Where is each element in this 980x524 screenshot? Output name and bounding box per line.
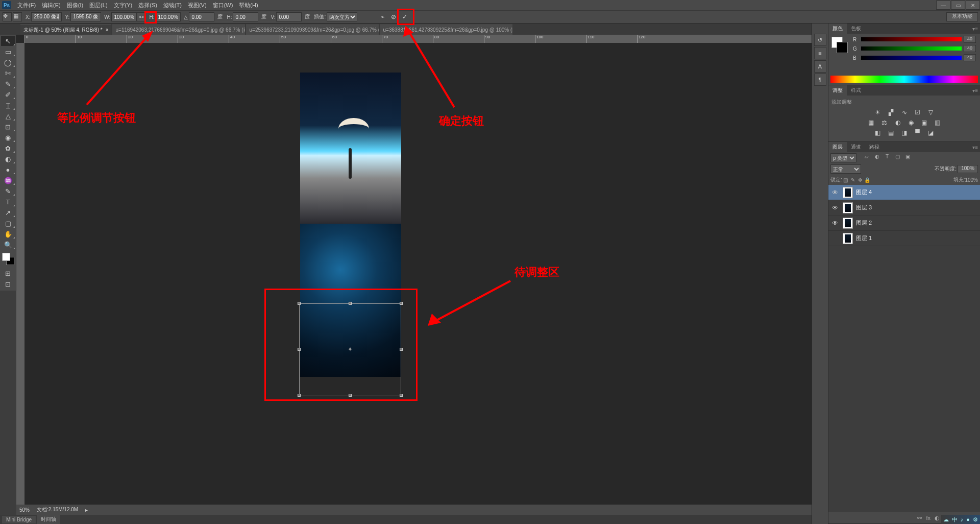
transform-handle[interactable]: [349, 302, 352, 305]
transform-ref-icon[interactable]: ✥: [3, 12, 12, 21]
aspect-link-button[interactable]: ⚯: [137, 12, 146, 21]
hskew-input[interactable]: [233, 12, 258, 21]
tool-button[interactable]: ◉: [1, 132, 15, 142]
screen-mode-icon[interactable]: ⊞: [1, 268, 15, 278]
tool-button[interactable]: ⊡: [1, 122, 15, 132]
close-button[interactable]: ✕: [966, 1, 980, 10]
menu-item[interactable]: 文字(Y): [111, 1, 136, 9]
hue-icon[interactable]: ▦: [866, 119, 876, 127]
tab-swatches[interactable]: 色板: [847, 23, 865, 34]
tool-button[interactable]: ◯: [1, 57, 15, 67]
y-input[interactable]: [70, 12, 101, 21]
mask-icon[interactable]: ◐: [935, 515, 940, 521]
tool-button[interactable]: ✋: [1, 229, 15, 239]
filter-type-icon[interactable]: T: [883, 154, 891, 162]
menu-item[interactable]: 图层(L): [86, 1, 110, 9]
bottom-tab[interactable]: 时间轴: [37, 515, 60, 524]
tab-adjustments[interactable]: 调整: [828, 85, 847, 96]
w-input[interactable]: [111, 12, 137, 21]
tray-icon[interactable]: ●: [966, 516, 970, 522]
tool-button[interactable]: ◐: [1, 154, 15, 164]
visibility-icon[interactable]: 👁: [830, 204, 840, 211]
tool-button[interactable]: ♒: [1, 175, 15, 185]
filter-adjust-icon[interactable]: ◐: [873, 154, 881, 162]
photo-filter-icon[interactable]: ◉: [906, 119, 916, 127]
document-tab[interactable]: 未标题-1 @ 50% (图层 4, RGB/8) *×: [20, 25, 111, 35]
document-tab[interactable]: u=2539637233,2109093909&fm=26&gp=0.jpg @…: [246, 25, 379, 35]
spectrum-bar[interactable]: [830, 76, 978, 83]
bw-icon[interactable]: ◐: [893, 119, 903, 127]
selective-icon[interactable]: ◪: [926, 129, 936, 137]
tab-paths[interactable]: 路径: [865, 142, 884, 152]
transform-handle[interactable]: [298, 394, 301, 397]
brightness-icon[interactable]: ☀: [873, 109, 883, 117]
lock-transparent-icon[interactable]: ▨: [842, 177, 849, 183]
x-input[interactable]: [31, 12, 62, 21]
blend-mode-select[interactable]: 正常: [830, 164, 861, 174]
tab-layers[interactable]: 图层: [828, 142, 847, 152]
invert-icon[interactable]: ◧: [873, 129, 883, 137]
tab-color[interactable]: 颜色: [828, 23, 847, 34]
gradient-map-icon[interactable]: ▀: [913, 129, 923, 137]
tool-button[interactable]: T: [1, 197, 15, 207]
tool-button[interactable]: ✄: [1, 68, 15, 78]
h-input[interactable]: [155, 12, 181, 21]
close-tab-icon[interactable]: ×: [106, 27, 109, 33]
layer-row[interactable]: 图层 1: [828, 231, 980, 246]
canvas[interactable]: ✦: [24, 43, 812, 514]
threshold-icon[interactable]: ◨: [899, 129, 910, 137]
tool-button[interactable]: ●: [1, 164, 15, 175]
zoom-level[interactable]: 50%: [19, 507, 30, 513]
history-icon[interactable]: ↺: [814, 34, 826, 46]
transform-handle[interactable]: [400, 302, 403, 305]
color-swatch[interactable]: [2, 253, 14, 265]
bottom-tab[interactable]: Mini Bridge: [2, 516, 36, 523]
tray-ime-icon[interactable]: 中: [952, 516, 958, 523]
menu-item[interactable]: 滤镜(T): [160, 1, 185, 9]
commit-transform-button[interactable]: ✓: [399, 12, 410, 22]
background-color[interactable]: [837, 42, 848, 53]
transform-handle[interactable]: [400, 348, 403, 351]
document-tab[interactable]: u=3638812661,4278309225&fm=26&gp=0.jpg @…: [380, 25, 512, 35]
lookup-icon[interactable]: ▥: [933, 119, 943, 127]
filter-smart-icon[interactable]: ▣: [903, 154, 912, 162]
menu-item[interactable]: 视图(V): [185, 1, 210, 9]
transform-center-icon[interactable]: ✦: [347, 346, 353, 352]
tool-button[interactable]: ⌶: [1, 100, 15, 110]
tool-button[interactable]: ▭: [1, 46, 15, 57]
character-icon[interactable]: A: [814, 60, 826, 73]
fill-input[interactable]: 100%: [965, 177, 978, 183]
mixer-icon[interactable]: ▣: [919, 119, 929, 127]
vskew-input[interactable]: [276, 12, 302, 21]
posterize-icon[interactable]: ▤: [886, 129, 896, 137]
balance-icon[interactable]: ⚖: [879, 119, 890, 127]
layer-row[interactable]: 👁图层 4: [828, 185, 980, 200]
lock-all-icon[interactable]: 🔒: [864, 177, 871, 183]
angle-input[interactable]: [189, 12, 214, 21]
layer-row[interactable]: 👁图层 3: [828, 200, 980, 216]
minimize-button[interactable]: —: [936, 1, 950, 10]
transform-handle[interactable]: [298, 348, 301, 351]
tray-icon[interactable]: ♪: [961, 516, 964, 522]
panel-menu-icon[interactable]: ▾≡: [972, 26, 978, 32]
b-slider[interactable]: [861, 56, 962, 60]
interp-select[interactable]: 两次立方: [327, 12, 357, 21]
panel-menu-icon[interactable]: ▾≡: [972, 145, 978, 150]
tray-icon[interactable]: ☁: [943, 516, 949, 523]
layer-filter-select[interactable]: ρ 类型: [830, 153, 856, 162]
filter-pixel-icon[interactable]: ▱: [863, 154, 871, 162]
filter-shape-icon[interactable]: ▢: [893, 154, 901, 162]
tool-button[interactable]: ↗: [1, 207, 15, 218]
tool-button[interactable]: ✎: [1, 186, 15, 196]
tab-channels[interactable]: 通道: [847, 142, 865, 152]
transform-handle[interactable]: [400, 394, 403, 397]
cancel-transform-button[interactable]: ⊘: [388, 12, 399, 22]
tool-button[interactable]: ✎: [1, 79, 15, 89]
curves-icon[interactable]: ∿: [899, 109, 910, 117]
r-slider[interactable]: [861, 37, 962, 41]
menu-item[interactable]: 编辑(E): [39, 1, 64, 9]
transform-handle[interactable]: [298, 302, 301, 305]
tool-button[interactable]: ✐: [1, 89, 15, 100]
menu-item[interactable]: 窗口(W): [210, 1, 236, 9]
paragraph-icon[interactable]: ¶: [814, 74, 826, 86]
